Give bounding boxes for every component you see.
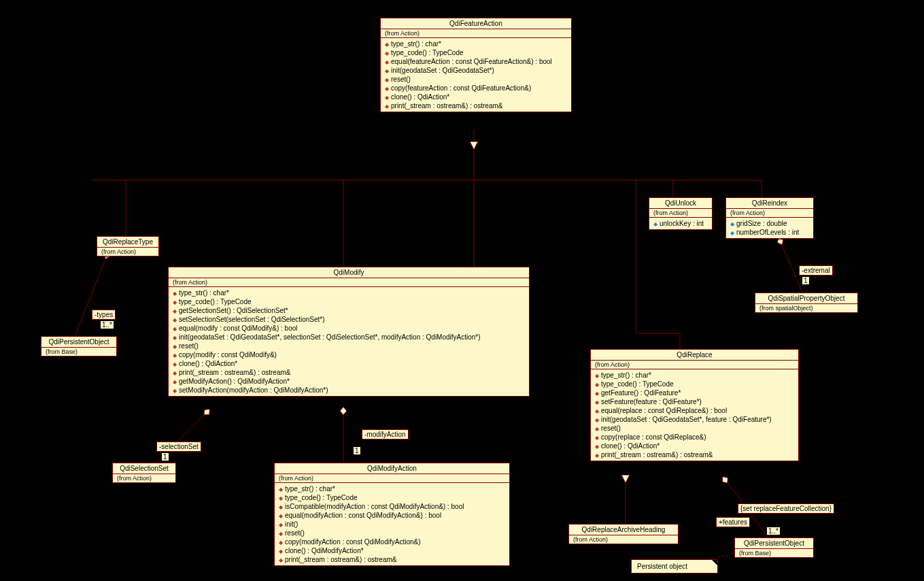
op: clone() : QdiAction* xyxy=(595,442,794,450)
note-persistent-object: Persistent object xyxy=(631,559,718,574)
op: isCompatible(modifyAction : const QdiMod… xyxy=(279,502,505,511)
op: init(geodataSet : QdiGeodataSet*, featur… xyxy=(595,415,794,424)
label-features-mult: 1..* xyxy=(767,527,780,535)
class-title: QdiModify xyxy=(169,267,529,278)
class-title: QdiModifyAction xyxy=(275,463,509,474)
class-qdipersistentobject-1: QdiPersistentObject (from Base) xyxy=(41,336,117,356)
op: clone() : QdiModifyAction* xyxy=(279,546,505,555)
op: type_code() : TypeCode xyxy=(595,380,794,388)
op: reset() xyxy=(595,424,794,433)
op: reset() xyxy=(385,75,567,84)
op: copy(replace : const QdiReplace&) xyxy=(595,433,794,442)
op: print(_stream : ostream&) : ostream& xyxy=(385,101,567,110)
class-qdiselectionset: QdiSelectionSet (from Action) xyxy=(112,463,176,483)
class-title: QdiUnlock xyxy=(649,198,712,209)
class-qdireplacearchiveheading: QdiReplaceArchiveHeading (from Action) xyxy=(568,524,679,544)
op: equal(replace : const QdiReplace&) : boo… xyxy=(595,406,794,415)
op: clone() : QdiAction* xyxy=(173,359,525,368)
class-from: (from spatialObject) xyxy=(755,304,857,312)
label-modact-mult: 1 xyxy=(354,447,360,454)
op: init(geodataSet : QdiGeodataSet*, select… xyxy=(173,333,525,342)
op: reset() xyxy=(173,342,525,350)
op: getSelectionSet() : QdiSelectionSet* xyxy=(173,306,525,315)
label-selset-mult: 1 xyxy=(162,453,169,461)
label-selectionset: -selectionSet xyxy=(156,442,201,452)
op: copy(modify : const QdiModify&) xyxy=(173,350,525,359)
op: getFeature() : QdiFeature* xyxy=(595,388,794,397)
class-from: (from Action) xyxy=(113,474,175,482)
op: type_code() : TypeCode xyxy=(279,493,505,502)
class-from: (from Action) xyxy=(275,474,509,483)
class-from: (from Action) xyxy=(569,535,678,544)
class-from: (from Action) xyxy=(381,29,571,38)
class-title: QdiReindex xyxy=(726,198,813,209)
attr: gridSize : double xyxy=(730,219,809,228)
class-title: QdiSpatialPropertyObject xyxy=(755,293,857,304)
label-types: -types xyxy=(92,310,116,320)
class-from: (from Action) xyxy=(726,209,813,218)
class-from: (from Action) xyxy=(169,278,529,287)
op: init(geodataSet : QdiGeodataSet*) xyxy=(385,66,567,75)
class-qdiunlock: QdiUnlock (from Action) unlockKey : int xyxy=(649,197,713,230)
op: equal(modifyAction : const QdiModifyActi… xyxy=(279,511,505,520)
op: equal(modify : const QdiModify&) : bool xyxy=(173,324,525,333)
op: reset() xyxy=(279,529,505,537)
class-qdifeatureaction: QdiFeatureAction (from Action) type_str(… xyxy=(380,18,572,112)
class-qdimodify: QdiModify (from Action) type_str() : cha… xyxy=(168,267,530,397)
op: getModifyAction() : QdiModifyAction* xyxy=(173,377,525,386)
op: init() xyxy=(279,520,505,529)
class-from: (from Action) xyxy=(649,209,712,218)
op: setModifyAction(modifyAction : QdiModify… xyxy=(173,386,525,395)
class-from: (from Base) xyxy=(41,348,116,356)
class-title: QdiReplaceArchiveHeading xyxy=(569,525,678,535)
op: type_str() : char* xyxy=(385,39,567,48)
class-qdireplacetype: QdiReplaceType (from Action) xyxy=(97,236,159,256)
class-title: QdiPersistentObject xyxy=(41,337,116,348)
op: type_str() : char* xyxy=(595,371,794,380)
op: print(_stream : ostream&) : ostream& xyxy=(173,368,525,377)
op: equal(featureAction : const QdiFeatureAc… xyxy=(385,57,567,66)
op: type_str() : char* xyxy=(279,484,505,493)
note-text: Persistent object xyxy=(637,563,687,570)
op: copy(modifyAction : const QdiModifyActio… xyxy=(279,537,505,546)
label-extremal: -extremal xyxy=(799,265,833,276)
class-qdispatialpropertyobject: QdiSpatialPropertyObject (from spatialOb… xyxy=(755,293,858,313)
label-types-mult: 1..* xyxy=(101,321,114,329)
op: setFeature(feature : QdiFeature*) xyxy=(595,397,794,406)
class-title: QdiFeatureAction xyxy=(381,18,571,29)
op: print(_stream : ostream&) : ostream& xyxy=(279,555,505,564)
class-qdimodifyaction: QdiModifyAction (from Action) type_str()… xyxy=(274,463,510,566)
op: setSelectionSet(selectionSet : QdiSelect… xyxy=(173,315,525,324)
op: type_code() : TypeCode xyxy=(173,297,525,306)
label-features-set: {set replaceFeatureCollection} xyxy=(738,503,834,514)
attr: numberOfLevels : int xyxy=(730,228,809,237)
class-from: (from Base) xyxy=(735,549,813,557)
class-from: (from Action) xyxy=(591,361,798,369)
label-extremal-mult: 1 xyxy=(802,277,809,284)
op: type_str() : char* xyxy=(173,288,525,297)
op: print(_stream : ostream&) : ostream& xyxy=(595,450,794,459)
class-title: QdiReplace xyxy=(591,350,798,361)
class-from: (from Action) xyxy=(97,248,158,256)
attr: unlockKey : int xyxy=(653,219,708,228)
op: type_code() : TypeCode xyxy=(385,48,567,57)
class-title: QdiPersistentObject xyxy=(735,538,813,549)
label-features: +features xyxy=(716,517,750,527)
label-modifyaction: -modifyAction xyxy=(362,429,409,439)
class-qdireindex: QdiReindex (from Action) gridSize : doub… xyxy=(725,197,814,239)
class-title: QdiSelectionSet xyxy=(113,463,175,474)
class-title: QdiReplaceType xyxy=(97,237,158,248)
op: copy(featureAction : const QdiFeatureAct… xyxy=(385,84,567,93)
op: clone() : QdiAction* xyxy=(385,93,567,101)
class-qdireplace: QdiReplace (from Action) type_str() : ch… xyxy=(590,349,799,461)
class-qdipersistentobject-2: QdiPersistentObject (from Base) xyxy=(734,537,814,558)
